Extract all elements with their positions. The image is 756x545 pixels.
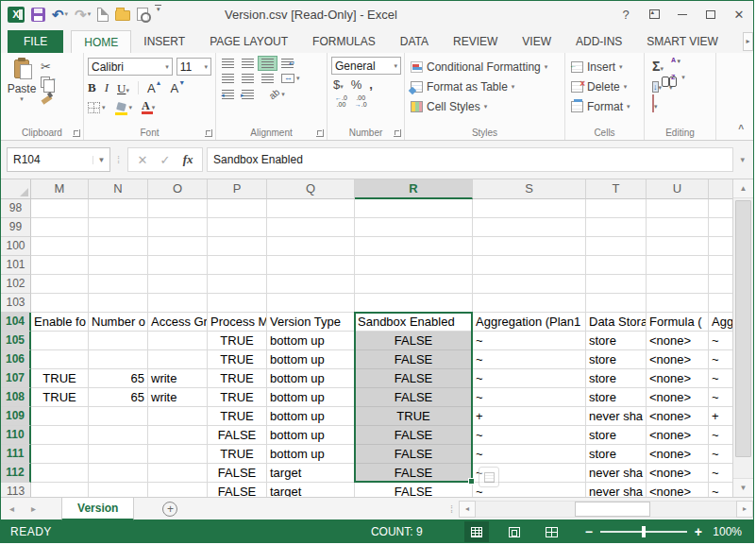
cell-P113[interactable]: FALSE [208, 483, 267, 497]
row-header-112[interactable]: 112 [1, 464, 31, 483]
cell-N107[interactable]: 65 [89, 369, 148, 388]
column-header-N[interactable]: N [89, 179, 148, 199]
cell-P100[interactable] [208, 237, 267, 256]
cell-R98[interactable] [355, 199, 473, 218]
cell-P101[interactable] [208, 256, 267, 275]
cell-N106[interactable] [89, 350, 148, 369]
alignment-dialog-launcher-icon[interactable] [316, 129, 324, 137]
cell-M112[interactable] [31, 464, 89, 483]
cell-U99[interactable] [647, 218, 709, 237]
cell-N99[interactable] [89, 218, 148, 237]
underline-button[interactable]: U▾ [117, 79, 129, 96]
fill-button[interactable]: ↓▾ [652, 77, 662, 94]
cell-T110[interactable]: store [586, 426, 647, 445]
sheet-nav-left-icon[interactable]: ◂ [1, 503, 23, 514]
fill-color-button[interactable]: ▾ [115, 102, 133, 114]
cell-U107[interactable]: <none> [647, 369, 709, 388]
cell-Q111[interactable]: bottom up [267, 445, 355, 464]
ribbon-display-options-button[interactable] [640, 2, 668, 26]
cell-P98[interactable] [208, 199, 267, 218]
help-button[interactable]: ? [612, 2, 640, 26]
conditional-formatting-button[interactable]: Conditional Formatting▾ [407, 57, 563, 77]
bottom-align-button[interactable] [258, 56, 277, 71]
cell-P102[interactable] [208, 275, 267, 294]
number-dialog-launcher-icon[interactable] [394, 129, 401, 137]
cell-M101[interactable] [31, 256, 89, 275]
cell-S106[interactable]: ~ [473, 350, 586, 369]
cell-M104[interactable]: Enable fo [31, 313, 89, 332]
zoom-out-button[interactable]: − [578, 524, 600, 539]
new-document-button[interactable] [97, 5, 109, 24]
align-left-button[interactable] [218, 71, 238, 86]
enter-icon[interactable]: ✓ [155, 153, 176, 167]
cell-Q100[interactable] [267, 237, 355, 256]
cell-T113[interactable]: never sha [586, 483, 647, 497]
cell-U102[interactable] [647, 275, 709, 294]
cell-U98[interactable] [647, 199, 709, 218]
autosum-button[interactable]: Σ▾ [652, 58, 664, 75]
cell-O102[interactable] [148, 275, 208, 294]
horizontal-scrollbar[interactable]: ◂ ▸ [459, 498, 753, 520]
cell-Q98[interactable] [267, 199, 355, 218]
cell-V112[interactable]: ~ [709, 464, 734, 483]
cell-O112[interactable] [148, 464, 208, 483]
cell-grid[interactable]: MNOPQRSTU9899100101102103104Enable foNum… [1, 179, 734, 497]
cell-R99[interactable] [355, 218, 473, 237]
cell-T111[interactable]: store [586, 445, 647, 464]
cell-P108[interactable]: TRUE [208, 388, 267, 407]
cell-N110[interactable] [89, 426, 148, 445]
cell-N109[interactable] [89, 407, 148, 426]
fill-handle[interactable] [468, 478, 475, 485]
column-header-T[interactable]: T [586, 179, 647, 199]
tab-add-ins[interactable]: ADD-INS [563, 30, 634, 53]
insert-cells-button[interactable]: Insert▾ [567, 57, 642, 77]
borders-button[interactable]: ▾ [88, 102, 106, 113]
cell-V106[interactable]: ~ [709, 350, 734, 369]
cell-N102[interactable] [89, 275, 148, 294]
cell-T104[interactable]: Data Stora [586, 313, 647, 332]
row-header-113[interactable]: 113 [1, 483, 31, 497]
cell-U106[interactable]: <none> [647, 350, 709, 369]
cell-N101[interactable] [89, 256, 148, 275]
cell-S102[interactable] [473, 275, 586, 294]
cell-Q112[interactable]: target [267, 464, 355, 483]
undo-dropdown-icon[interactable]: ▾ [65, 10, 69, 18]
scroll-down-icon[interactable]: ▼ [733, 478, 753, 497]
cell-U112[interactable]: <none> [647, 464, 709, 483]
cell-P112[interactable]: FALSE [208, 464, 267, 483]
cell-R112[interactable]: FALSE [355, 464, 473, 483]
cell-O103[interactable] [148, 294, 208, 313]
cell-P99[interactable] [208, 218, 267, 237]
cell-Q107[interactable]: bottom up [267, 369, 355, 388]
cell-N111[interactable] [89, 445, 148, 464]
cell-S103[interactable] [473, 294, 586, 313]
row-header-108[interactable]: 108 [1, 388, 31, 407]
cell-Q102[interactable] [267, 275, 355, 294]
select-all-corner[interactable] [1, 179, 31, 199]
cell-N104[interactable]: Number o [89, 313, 148, 332]
format-painter-icon[interactable] [41, 92, 53, 104]
row-header-107[interactable]: 107 [1, 369, 31, 388]
row-header-98[interactable]: 98 [1, 199, 31, 218]
cell-Q109[interactable]: bottom up [267, 407, 355, 426]
cell-V109[interactable]: + [709, 407, 734, 426]
cell-M100[interactable] [31, 237, 89, 256]
cell-R113[interactable]: FALSE [355, 483, 473, 497]
cell-M110[interactable] [31, 426, 89, 445]
redo-dropdown-icon[interactable]: ▾ [88, 10, 92, 18]
format-as-table-button[interactable]: Format as Table▾ [407, 77, 563, 96]
cell-V101[interactable] [709, 256, 734, 275]
cell-P106[interactable]: TRUE [208, 350, 267, 369]
merge-center-button[interactable]: ▾ [277, 71, 304, 86]
cell-S98[interactable] [473, 199, 586, 218]
cell-P110[interactable]: FALSE [208, 426, 267, 445]
cell-T103[interactable] [586, 294, 647, 313]
cell-S110[interactable]: ~ [473, 426, 586, 445]
page-layout-view-button[interactable] [502, 521, 527, 542]
cell-V100[interactable] [709, 237, 734, 256]
column-header-P[interactable]: P [208, 179, 267, 199]
cell-T100[interactable] [586, 237, 647, 256]
scroll-left-icon[interactable]: ◂ [459, 501, 476, 518]
cell-U103[interactable] [647, 294, 709, 313]
cell-P109[interactable]: TRUE [208, 407, 267, 426]
